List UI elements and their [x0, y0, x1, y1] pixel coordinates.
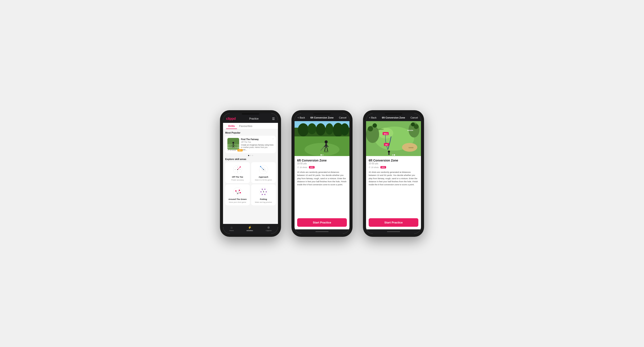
- home-indicator-3: [366, 229, 421, 234]
- tab-drills[interactable]: Drills: [226, 123, 237, 129]
- svg-point-78: [392, 154, 393, 156]
- svg-point-67: [372, 123, 377, 128]
- svg-text:Hit: Hit: [385, 144, 388, 146]
- svg-point-57: [320, 154, 322, 156]
- svg-point-69: [411, 122, 415, 126]
- clock-icon: ⏱: [228, 149, 229, 151]
- skill-name-atg: Around The Green: [228, 198, 246, 200]
- clock-icon-2: ⏱: [297, 166, 299, 168]
- favourite-icon[interactable]: ☆: [272, 138, 274, 140]
- p3-body: 6ft Conversion Zone 10-50 yds ⏱ 20 shots…: [366, 156, 421, 216]
- svg-line-16: [239, 171, 240, 172]
- p3-back-button[interactable]: < Back: [369, 116, 376, 119]
- home-bar: [316, 231, 328, 232]
- drill-map: SAND ROUGH FAIRWAY Miss: [366, 121, 421, 156]
- p2-page-title: 6ft Conversion Zone: [310, 116, 334, 119]
- skill-name-putting: Putting: [260, 198, 267, 200]
- nav-capture[interactable]: ⊕ Capture: [266, 226, 272, 232]
- svg-point-56: [324, 151, 329, 153]
- p3-drill-range: 10-50 yds: [369, 162, 418, 165]
- skill-desc-putting: Make and lag practice: [255, 201, 272, 203]
- capture-icon: ⊕: [267, 226, 270, 229]
- svg-point-43: [316, 123, 326, 136]
- p2-description: 20 shots are randomly generated at dista…: [297, 171, 347, 186]
- svg-line-18: [236, 171, 236, 172]
- svg-point-36: [264, 194, 265, 195]
- nav-activities-label: Activities: [246, 230, 253, 232]
- svg-point-44: [326, 123, 333, 135]
- svg-point-34: [264, 189, 265, 190]
- svg-text:Miss: Miss: [384, 133, 388, 135]
- p2-drill-name: 6ft Conversion Zone: [297, 159, 347, 162]
- shots-label: ⏱ 10 shots: [228, 149, 236, 151]
- explore-label: Explore skill areas: [225, 158, 276, 160]
- activities-icon: ⚡: [248, 226, 252, 229]
- off-tee-icon: [232, 164, 243, 175]
- svg-point-49: [324, 140, 328, 143]
- p1-header: clippd Practice ☰: [223, 113, 278, 123]
- svg-point-38: [260, 191, 262, 192]
- svg-point-35: [266, 191, 267, 192]
- svg-point-37: [262, 194, 263, 195]
- start-btn-container: Start Practice: [294, 216, 350, 229]
- clippd-logo: clippd: [226, 117, 236, 121]
- svg-point-46: [340, 123, 349, 136]
- svg-line-15: [236, 168, 236, 168]
- featured-drill-card[interactable]: Find The Fairway Off The Tee Create an i…: [225, 136, 276, 153]
- svg-text:SAND: SAND: [408, 147, 414, 149]
- svg-point-79: [394, 154, 395, 156]
- header-title: Practice: [249, 117, 258, 120]
- nav-home[interactable]: ⌂ Home: [229, 226, 234, 232]
- menu-icon[interactable]: ☰: [272, 117, 275, 121]
- drill-sub: Off The Tee: [241, 141, 274, 143]
- skill-card-putting[interactable]: Putting Make and lag practice: [251, 184, 276, 205]
- drill-meta: ⏱ 10 shots OTT: [228, 148, 274, 151]
- cancel-button[interactable]: Cancel: [339, 116, 346, 119]
- tab-favourites[interactable]: Favourites: [237, 123, 255, 129]
- p3-drill-name: 6ft Conversion Zone: [369, 159, 418, 162]
- svg-point-48: [304, 143, 340, 156]
- svg-point-23: [260, 166, 261, 167]
- p3-page-title: 6ft Conversion Zone: [382, 116, 405, 119]
- dot-3: [252, 155, 253, 156]
- most-popular-label: Most Popular: [225, 131, 276, 134]
- phone-notch-2: [313, 113, 331, 115]
- phone-1: clippd Practice ☰ Drills Favourites Most…: [220, 110, 281, 237]
- home-indicator-2: [294, 229, 350, 234]
- dot-2: [250, 155, 251, 156]
- nav-activities[interactable]: ⚡ Activities: [246, 226, 253, 232]
- clock-icon-3: ⏱: [369, 166, 370, 168]
- p2-meta: ⏱ 20 shots ARG: [297, 166, 347, 168]
- svg-point-58: [322, 154, 324, 156]
- skill-grid: Off The Tee Power accuracy: [225, 162, 276, 205]
- atg-icon: [232, 187, 243, 197]
- p2-body: 6ft Conversion Zone 10-50 yds ⏱ 20 shots…: [294, 156, 350, 216]
- p2-drill-range: 10-50 yds: [297, 162, 347, 165]
- home-icon: ⌂: [231, 226, 232, 229]
- skill-card-approach[interactable]: Approach Dial-in to hit the green: [251, 162, 276, 183]
- p3-shots: ⏱ 20 shots: [369, 166, 379, 168]
- svg-text:FAIRWAY: FAIRWAY: [377, 129, 384, 130]
- p3-start-btn-container: Start Practice: [366, 216, 421, 229]
- phone-notch: [242, 113, 259, 115]
- skill-card-off-tee[interactable]: Off The Tee Power accuracy: [225, 162, 250, 183]
- skill-desc-atg: Hone your short game: [229, 201, 246, 203]
- carousel-dots: [225, 155, 276, 156]
- back-button[interactable]: < Back: [298, 116, 305, 119]
- approach-icon: [258, 164, 269, 175]
- start-practice-button[interactable]: Start Practice: [297, 218, 347, 227]
- p3-tag: ARG: [380, 166, 386, 168]
- svg-point-3: [232, 142, 234, 144]
- nav-capture-label: Capture: [266, 230, 272, 232]
- p2-shots: ⏱ 20 shots: [297, 166, 307, 168]
- nav-home-label: Home: [229, 230, 234, 232]
- phone-notch-3: [385, 113, 402, 115]
- p3-cancel-button[interactable]: Cancel: [410, 116, 418, 119]
- svg-point-19: [240, 167, 241, 168]
- phone-3: < Back 6ft Conversion Zone Cancel SAND: [363, 110, 424, 237]
- drill-name: Find The Fairway: [241, 138, 274, 141]
- skill-desc-ott: Power accuracy: [231, 179, 244, 181]
- p3-start-practice-button[interactable]: Start Practice: [369, 218, 418, 227]
- skill-card-atg[interactable]: Around The Green Hone your short game: [225, 184, 250, 205]
- dot-1: [248, 155, 249, 156]
